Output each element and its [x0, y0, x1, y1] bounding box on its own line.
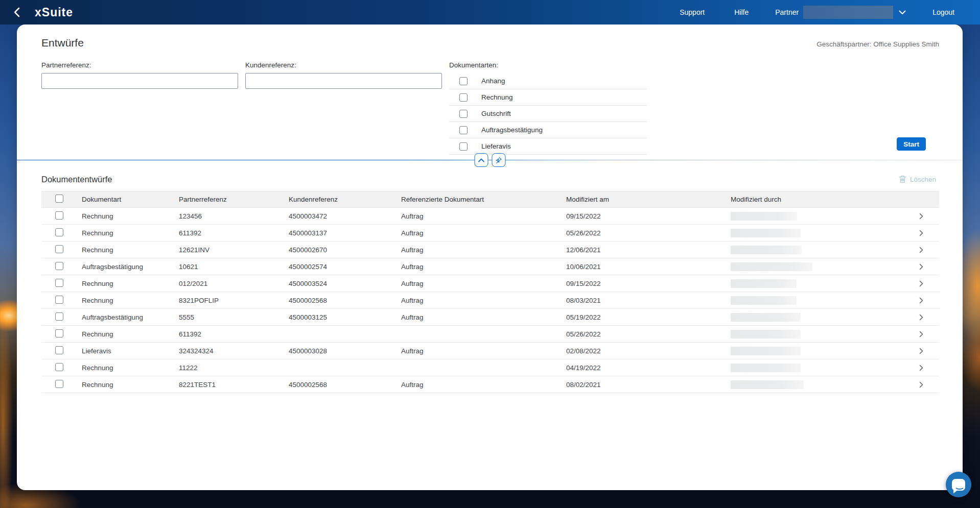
row-chevron-icon[interactable]: [919, 314, 923, 321]
col-kundenreferenz: Kundenreferenz: [289, 191, 401, 208]
cell-kundenreferenz: 4500002568: [289, 292, 401, 309]
table-row[interactable]: Auftragsbestätigung 10621 4500002574 Auf…: [41, 258, 939, 275]
row-chevron-icon[interactable]: [919, 230, 923, 236]
back-button[interactable]: [11, 5, 22, 19]
table-row[interactable]: Rechnung 12621INV 4500002670 Auftrag 12/…: [41, 241, 939, 258]
row-checkbox[interactable]: [55, 380, 63, 388]
business-partner-text: Geschäftspartner: Office Supplies Smith: [816, 40, 939, 48]
doc-type-checkbox[interactable]: [459, 110, 468, 118]
doc-type-label: Gutschrift: [481, 110, 511, 117]
row-checkbox[interactable]: [55, 262, 63, 270]
table-title: Dokumententwürfe: [41, 175, 112, 184]
cell-partnerreferenz: 5555: [179, 309, 289, 326]
redacted-user: [731, 296, 797, 305]
page-title: Entwürfe: [41, 37, 84, 49]
table-row[interactable]: Rechnung 11222 04/19/2022: [41, 359, 939, 376]
kunden-ref-input[interactable]: [245, 73, 442, 89]
redacted-user: [731, 330, 801, 338]
cell-referenzierte-dokumentart: Auftrag: [401, 225, 566, 241]
cell-modifiziert-am: 02/08/2022: [566, 343, 731, 359]
cell-dokumentart: Auftragsbestätigung: [82, 258, 179, 275]
cell-dokumentart: Rechnung: [82, 208, 179, 225]
doc-type-label: Rechnung: [481, 93, 513, 101]
cell-partnerreferenz: 611392: [179, 326, 289, 343]
doc-types-label: Dokumentarten:: [449, 61, 647, 69]
row-chevron-icon[interactable]: [919, 247, 923, 253]
row-checkbox[interactable]: [55, 279, 63, 287]
cell-kundenreferenz: 4500002568: [289, 376, 401, 393]
chat-launcher-button[interactable]: [946, 472, 971, 497]
table-row[interactable]: Rechnung 123456 4500003472 Auftrag 09/15…: [41, 208, 939, 225]
row-chevron-icon[interactable]: [919, 365, 923, 371]
cell-referenzierte-dokumentart: [401, 326, 566, 343]
start-button[interactable]: Start: [897, 137, 926, 151]
partner-ref-input[interactable]: [41, 73, 238, 89]
table-row[interactable]: Rechnung 012/2021 4500003524 Auftrag 09/…: [41, 275, 939, 292]
topbar-links: Support Hilfe Partner Logout: [676, 6, 958, 19]
cell-dokumentart: Rechnung: [82, 241, 179, 258]
chevron-down-icon: [899, 10, 906, 15]
redacted-user: [731, 347, 801, 355]
row-chevron-icon[interactable]: [919, 280, 923, 287]
row-checkbox[interactable]: [55, 211, 63, 220]
table-row[interactable]: Auftragsbestätigung 5555 4500003125 Auft…: [41, 309, 939, 326]
cell-referenzierte-dokumentart: Auftrag: [401, 376, 566, 393]
table-row[interactable]: Rechnung 611392 05/26/2022: [41, 326, 939, 343]
pin-filter-button[interactable]: [492, 153, 505, 167]
table-row[interactable]: Rechnung 611392 4500003137 Auftrag 05/26…: [41, 225, 939, 241]
row-checkbox[interactable]: [55, 312, 63, 321]
row-checkbox[interactable]: [55, 296, 63, 304]
row-checkbox[interactable]: [55, 245, 63, 253]
delete-button-label: Löschen: [910, 176, 936, 183]
row-chevron-icon[interactable]: [919, 263, 923, 270]
doc-type-option[interactable]: Auftragsbestätigung: [449, 122, 647, 138]
row-chevron-icon[interactable]: [919, 297, 923, 304]
cell-kundenreferenz: 4500003472: [289, 208, 401, 225]
table-body: Rechnung 123456 4500003472 Auftrag 09/15…: [41, 208, 939, 393]
redacted-user: [731, 212, 797, 221]
doc-type-option[interactable]: Lieferavis: [449, 138, 647, 155]
chevron-up-icon: [478, 158, 484, 162]
doc-type-option[interactable]: Gutschrift: [449, 106, 647, 122]
cell-referenzierte-dokumentart: Auftrag: [401, 309, 566, 326]
card-header: Entwürfe Geschäftspartner: Office Suppli…: [17, 25, 963, 49]
doc-type-checkbox[interactable]: [459, 126, 468, 134]
doc-type-checkbox[interactable]: [459, 93, 468, 102]
filter-bar: Partnerreferenz: Kundenreferenz: Dokumen…: [17, 49, 963, 155]
delete-button[interactable]: Löschen: [896, 175, 939, 184]
table-row[interactable]: Lieferavis 324324324 4500003028 Auftrag …: [41, 343, 939, 359]
cell-dokumentart: Rechnung: [82, 326, 179, 343]
select-all-checkbox[interactable]: [55, 195, 63, 203]
partner-redacted-value: [803, 6, 893, 19]
xsuite-logo: xSuite: [35, 6, 73, 19]
cell-referenzierte-dokumentart: Auftrag: [401, 275, 566, 292]
logout-link[interactable]: Logout: [929, 8, 958, 17]
support-link[interactable]: Support: [676, 8, 708, 17]
partner-selector[interactable]: Partner: [775, 6, 906, 19]
row-chevron-icon[interactable]: [919, 381, 923, 388]
cell-partnerreferenz: 8321POFLIP: [179, 292, 289, 309]
doc-type-checkbox[interactable]: [459, 142, 468, 151]
top-navigation-bar: xSuite Support Hilfe Partner Logout: [0, 0, 980, 25]
row-checkbox[interactable]: [55, 346, 63, 354]
row-chevron-icon[interactable]: [919, 213, 923, 220]
kunden-ref-label: Kundenreferenz:: [245, 61, 442, 69]
row-chevron-icon[interactable]: [919, 348, 923, 354]
cell-modifiziert-am: 05/26/2022: [566, 225, 731, 241]
cell-partnerreferenz: 10621: [179, 258, 289, 275]
row-chevron-icon[interactable]: [919, 331, 923, 337]
col-referenzierte-dokumentart: Referenzierte Dokumentart: [401, 191, 566, 208]
row-checkbox[interactable]: [55, 363, 63, 371]
table-row[interactable]: Rechnung 8221TEST1 4500002568 Auftrag 08…: [41, 376, 939, 393]
cell-modifiziert-am: 04/19/2022: [566, 359, 731, 376]
table-row[interactable]: Rechnung 8321POFLIP 4500002568 Auftrag 0…: [41, 292, 939, 309]
hilfe-link[interactable]: Hilfe: [731, 8, 752, 17]
doc-type-checkbox[interactable]: [459, 77, 468, 85]
redacted-user: [731, 364, 801, 372]
doc-type-option[interactable]: Anhang: [449, 73, 647, 89]
row-checkbox[interactable]: [55, 329, 63, 337]
collapse-filter-button[interactable]: [474, 153, 488, 167]
col-modifiziert-am: Modifiziert am: [566, 191, 731, 208]
doc-type-option[interactable]: Rechnung: [449, 89, 647, 106]
row-checkbox[interactable]: [55, 228, 63, 236]
